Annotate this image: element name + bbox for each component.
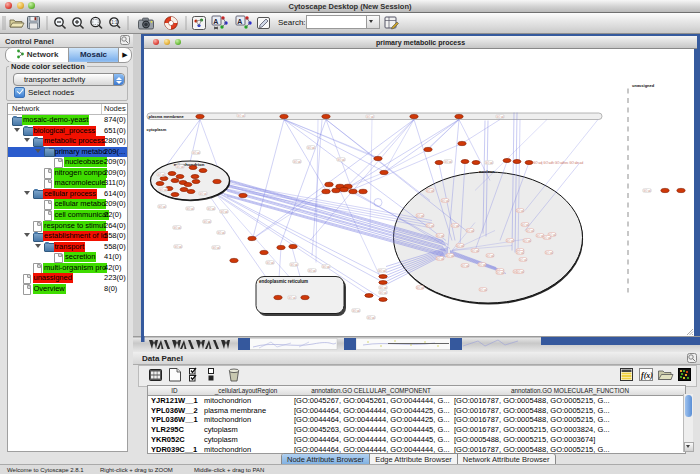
svg-text:GO ad: GO ad — [496, 115, 504, 119]
svg-text:GO ad: GO ad — [322, 265, 330, 269]
svg-text:GO ad: GO ad — [486, 254, 494, 258]
svg-text:GO ad: GO ad — [444, 160, 452, 164]
svg-text:GO ad: GO ad — [366, 115, 374, 119]
svg-text:plasma membrane: plasma membrane — [149, 114, 185, 119]
svg-text:GO ad: GO ad — [545, 251, 553, 255]
svg-text:unassigned: unassigned — [632, 83, 655, 88]
svg-text:GO ad: GO ad — [176, 165, 184, 169]
svg-text:GO ad: GO ad — [352, 309, 360, 313]
svg-text:GO ad: GO ad — [521, 223, 529, 227]
svg-text:GO ad: GO ad — [516, 251, 524, 255]
svg-text:GO ad: GO ad — [290, 263, 298, 267]
svg-text:GO ad: GO ad — [379, 286, 387, 290]
svg-text:GO ad: GO ad — [446, 254, 454, 258]
svg-text:GO ad: GO ad — [441, 199, 449, 203]
svg-text:GO ad: GO ad — [220, 210, 228, 214]
svg-text:GO ad: GO ad — [426, 189, 434, 193]
svg-text:GO ad: GO ad — [378, 269, 386, 273]
svg-text:GO ad: GO ad — [523, 239, 531, 243]
svg-text:GO ad: GO ad — [496, 271, 504, 275]
svg-text:GO ad: GO ad — [266, 261, 274, 265]
svg-text:GO ad: GO ad — [237, 114, 245, 118]
svg-text:f(x): f(x) — [641, 371, 653, 380]
svg-text:lin ad: lin ad — [576, 161, 584, 165]
svg-text:GO ad: GO ad — [199, 192, 207, 196]
svg-text:A: A — [237, 18, 242, 25]
svg-text:GO ad: GO ad — [479, 288, 487, 292]
svg-text:GO ad: GO ad — [293, 160, 301, 164]
svg-text:GO ad: GO ad — [516, 209, 524, 213]
svg-text:GO ad: GO ad — [158, 205, 166, 209]
svg-text:GO ad: GO ad — [159, 188, 167, 192]
svg-text:GO ad: GO ad — [308, 269, 316, 273]
svg-text:GO ad: GO ad — [436, 234, 444, 238]
svg-text:1:1: 1:1 — [111, 20, 118, 25]
svg-text:GO ad: GO ad — [461, 264, 469, 268]
svg-text:GO ad: GO ad — [426, 224, 434, 228]
svg-text:GO ad: GO ad — [526, 229, 534, 233]
svg-text:GO ad: GO ad — [466, 229, 474, 233]
svg-text:GO ad: GO ad — [516, 270, 524, 274]
svg-text:GO ad: GO ad — [416, 214, 424, 218]
svg-text:GO ad: GO ad — [451, 224, 459, 228]
svg-text:cytoplasm: cytoplasm — [147, 127, 167, 132]
svg-text:GO:adj GO:adh GO:adhes GO:a: GO:adj GO:adh GO:adhes GO:a — [533, 161, 577, 165]
svg-text:GO ad: GO ad — [506, 239, 514, 243]
svg-text:GO ad: GO ad — [174, 245, 182, 249]
svg-text:GO ad: GO ad — [436, 257, 444, 261]
svg-text:GO ad: GO ad — [367, 316, 375, 320]
svg-text:GO ad: GO ad — [643, 189, 651, 193]
svg-text:GO ad: GO ad — [478, 263, 486, 267]
svg-text:GO ad: GO ad — [212, 246, 220, 250]
svg-text:GO ad: GO ad — [157, 173, 165, 177]
svg-text:GO ad: GO ad — [416, 286, 424, 290]
svg-text:GO ad: GO ad — [207, 207, 215, 211]
svg-text:endoplasmic reticulum: endoplasmic reticulum — [259, 279, 308, 284]
svg-text:GO ad: GO ad — [456, 244, 464, 248]
svg-text:GO ad: GO ad — [186, 207, 194, 211]
svg-text:GO ad: GO ad — [203, 220, 211, 224]
svg-text:GO ad: GO ad — [217, 231, 225, 235]
svg-text:GO ad: GO ad — [288, 296, 296, 300]
svg-text:GO ad: GO ad — [519, 258, 527, 262]
svg-text:GO ad: GO ad — [471, 249, 479, 253]
svg-text:A: A — [213, 18, 218, 25]
svg-text:GO ad: GO ad — [173, 226, 181, 230]
svg-text:GO ad: GO ad — [337, 158, 345, 162]
svg-text:GO ad: GO ad — [192, 151, 200, 155]
svg-text:GO ad: GO ad — [379, 291, 387, 295]
svg-text:GO ad: GO ad — [485, 161, 493, 165]
svg-text:GO ad: GO ad — [307, 146, 315, 150]
svg-text:GO ad: GO ad — [543, 236, 551, 240]
